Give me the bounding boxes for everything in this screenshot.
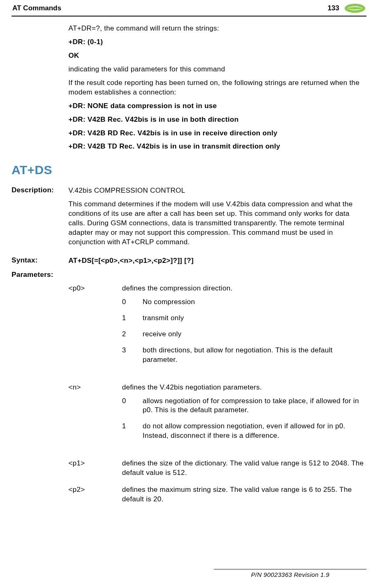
intro-line: indicating the valid parameters for this… [68,65,366,74]
param-option-key: 1 [122,314,143,323]
intro-line: +DR: (0-1) [68,38,366,47]
param-desc: defines the V.42bis negotiation paramete… [122,383,366,448]
description-line: This command determines if the modem wil… [68,200,366,247]
param-desc-text: defines the maximum string size. The val… [122,485,366,504]
footer-divider [214,569,366,569]
header-divider [12,16,366,17]
param-p2: <p2> defines the maximum string size. Th… [68,485,366,508]
parameters-block: <p0> defines the compression direction. … [68,284,366,508]
footer-text: P/N 90023363 Revision 1.9 [214,571,366,578]
page-number: 133 [328,4,339,12]
param-option: 0 allows negotiation of for compression … [122,397,366,420]
syntax-row: Syntax: AT+DS[=[<p0>,<n>,<p1>,<p2>]?]] [… [12,256,366,266]
param-option: 3 both directions, but allow for negotia… [122,346,366,369]
description-label: Description: [12,186,68,251]
param-desc-text: defines the size of the dictionary. The … [122,459,366,478]
intro-block: AT+DR=?, the command will return the str… [68,24,366,151]
intro-line: AT+DR=?, the command will return the str… [68,24,366,33]
param-name: <p0> [68,284,122,367]
param-n: <n> defines the V.42bis negotiation para… [68,383,366,448]
description-line: V.42bis COMPRESSION CONTROL [68,186,366,196]
param-option-val: transmit only [143,314,366,323]
param-option-key: 3 [122,346,143,365]
param-option: 1 transmit only [122,314,366,327]
parameters-content [68,271,366,279]
description-row: Description: V.42bis COMPRESSION CONTROL… [12,186,366,251]
syntax-value: AT+DS[=[<p0>,<n>,<p1>,<p2>]?]] [?] [68,256,366,266]
description-content: V.42bis COMPRESSION CONTROL This command… [68,186,366,251]
intro-line: +DR: V42B TD Rec. V42bis is in use in tr… [68,142,366,151]
intro-line: +DR: NONE data compression is not in use [68,102,366,111]
param-desc-text: defines the V.42bis negotiation paramete… [122,383,366,392]
param-p0: <p0> defines the compression direction. … [68,284,366,371]
param-option-val: both directions, but allow for negotiati… [143,346,366,365]
param-desc-text: defines the compression direction. [122,284,366,293]
spacer [68,375,366,383]
param-option-val: No compression [143,298,366,307]
syntax-label: Syntax: [12,256,68,266]
param-name: <p2> [68,485,122,504]
section-title: AT+DS [12,163,366,177]
param-option-key: 0 [122,397,143,416]
param-p1: <p1> defines the size of the dictionary.… [68,459,366,482]
intro-line: OK [68,51,366,61]
page-header: AT Commands 133 [12,3,366,16]
spacer [68,451,366,459]
parameters-label: Parameters: [12,271,68,279]
param-name: <p1> [68,459,122,478]
param-option-val: do not allow compression negotiation, ev… [143,422,366,441]
svg-point-0 [345,4,365,13]
intro-line: If the result code reporting has been tu… [68,78,366,97]
header-title: AT Commands [12,4,61,12]
page: AT Commands 133 AT+DR=?, the command wil… [0,0,378,588]
param-option-key: 1 [122,422,143,441]
intro-line: +DR: V42B Rec. V42bis is in use in both … [68,115,366,125]
param-option-key: 0 [122,298,143,307]
parameters-row: Parameters: [12,271,366,279]
intro-line: +DR: V42B RD Rec. V42bis is in use in re… [68,129,366,138]
param-option-key: 2 [122,330,143,339]
param-desc: defines the compression direction. 0 No … [122,284,366,371]
header-right: 133 [328,3,366,13]
param-name: <n> [68,383,122,444]
brand-logo-icon [344,3,366,13]
param-option-val: receive only [143,330,366,339]
param-option: 2 receive only [122,330,366,343]
page-footer: P/N 90023363 Revision 1.9 [214,569,366,578]
param-option: 0 No compression [122,298,366,311]
param-option: 1 do not allow compression negotiation, … [122,422,366,445]
param-option-val: allows negotiation of for compression to… [143,397,366,416]
